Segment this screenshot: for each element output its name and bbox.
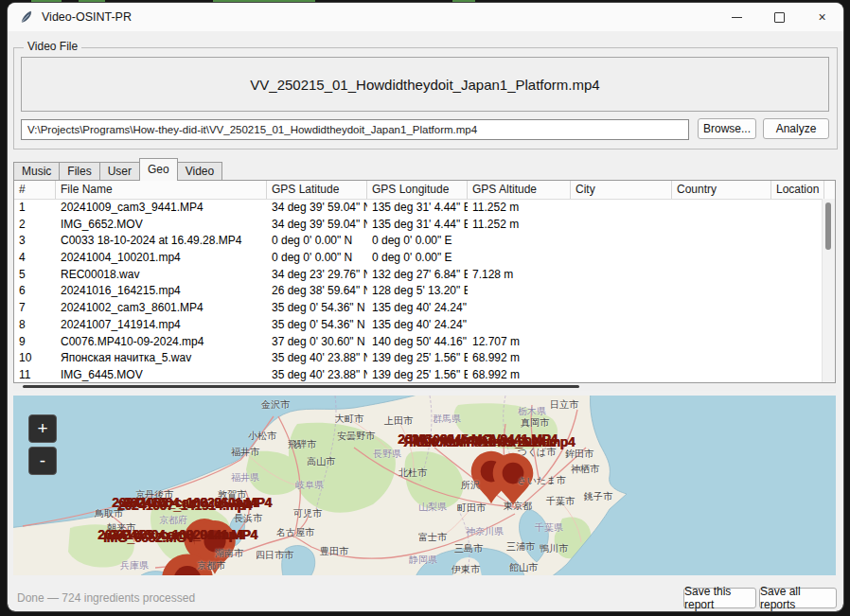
file-path-input[interactable] bbox=[21, 119, 689, 140]
table-cell bbox=[771, 250, 824, 267]
app-feather-icon bbox=[19, 9, 34, 25]
table-cell bbox=[672, 217, 771, 234]
column-header[interactable]: City bbox=[571, 181, 672, 199]
map-city-label: 高山市 bbox=[307, 455, 335, 468]
table-cell bbox=[571, 233, 672, 250]
vertical-scrollbar-thumb[interactable] bbox=[825, 202, 831, 250]
table-row[interactable]: 720241002_cam3_8601.MP435 deg 0' 54.36" … bbox=[14, 300, 835, 317]
map-city-label: 鴨川市 bbox=[540, 542, 568, 555]
column-header[interactable]: GPS Altitude bbox=[468, 181, 571, 199]
map-city-label: 千葉市 bbox=[546, 495, 575, 508]
table-cell: 4 bbox=[14, 250, 56, 267]
table-cell: 139 deg 25' 1.56" E bbox=[367, 350, 468, 367]
table-cell: 0 deg 0' 0.00" N bbox=[267, 233, 367, 250]
table-row[interactable]: 2IMG_6652.MOV34 deg 39' 59.04" N135 deg … bbox=[14, 217, 835, 234]
column-header[interactable]: # bbox=[14, 181, 56, 199]
map-zoom-in-button[interactable]: + bbox=[28, 414, 57, 443]
table-cell bbox=[672, 367, 771, 383]
map-city-label: 安曇野市 bbox=[337, 430, 375, 443]
table-row[interactable]: 10Японская начитка_5.wav35 deg 40' 23.88… bbox=[14, 350, 835, 367]
table-cell: 35 deg 40' 23.88" N bbox=[267, 367, 367, 383]
table-cell bbox=[672, 267, 771, 284]
table-cell: 6 bbox=[14, 283, 56, 300]
map-city-label: 日立市 bbox=[550, 398, 578, 412]
table-cell: IMG_6652.MOV bbox=[56, 217, 267, 234]
table-cell: 35 deg 0' 54.36" N bbox=[267, 317, 367, 334]
tab-user[interactable]: User bbox=[99, 162, 140, 181]
table-cell: 68.992 m bbox=[468, 367, 571, 383]
table-cell: C0033 18-10-2024 at 16.49.28.MP4 bbox=[56, 233, 267, 250]
table-row[interactable]: 5REC00018.wav34 deg 23' 29.76" N132 deg … bbox=[14, 267, 835, 284]
table-row[interactable]: 620241016_164215.mp426 deg 38' 59.64" N1… bbox=[14, 283, 835, 300]
horizontal-scrollbar[interactable] bbox=[13, 383, 836, 391]
geo-results-table[interactable]: #File NameGPS LatitudeGPS LongitudeGPS A… bbox=[13, 180, 836, 383]
save-this-report-button[interactable]: Save this report bbox=[683, 588, 756, 608]
table-row[interactable]: 820241007_141914.mp435 deg 0' 54.36" N13… bbox=[14, 317, 835, 334]
minimize-icon bbox=[732, 17, 742, 18]
map-city-label: 館山市 bbox=[509, 561, 538, 574]
tab-files[interactable]: Files bbox=[59, 162, 99, 181]
maximize-button[interactable] bbox=[758, 3, 801, 31]
save-all-reports-button[interactable]: Save all reports bbox=[759, 588, 837, 608]
table-cell: 12.707 m bbox=[468, 334, 571, 351]
column-header[interactable]: GPS Longitude bbox=[367, 181, 468, 199]
table-cell: 20241004_100201.mp4 bbox=[56, 250, 267, 267]
table-row[interactable]: 9C0076.MP410-09-2024.mp437 deg 0' 30.60"… bbox=[14, 334, 835, 351]
map-zoom-out-button[interactable]: - bbox=[28, 447, 57, 475]
tab-geo[interactable]: Geo bbox=[139, 158, 178, 181]
browse-button[interactable]: Browse... bbox=[698, 118, 756, 139]
close-icon: × bbox=[818, 10, 825, 24]
table-cell: IMG_6445.MOV bbox=[56, 367, 267, 383]
table-cell: Японская начитка_5.wav bbox=[56, 350, 267, 367]
column-header[interactable]: File Name bbox=[56, 181, 267, 199]
table-cell: 34 deg 39' 59.04" N bbox=[267, 200, 367, 217]
table-cell: 34 deg 23' 29.76" N bbox=[267, 267, 367, 284]
table-cell bbox=[672, 334, 771, 351]
table-cell: 140 deg 50' 44.16" E bbox=[367, 334, 468, 351]
title-bar[interactable]: Video-OSINT-PR × bbox=[8, 3, 843, 31]
table-cell bbox=[468, 283, 571, 300]
map-city-label: 長浜市 bbox=[234, 512, 262, 525]
tab-music[interactable]: Music bbox=[13, 162, 60, 181]
table-cell bbox=[771, 350, 824, 367]
table-cell: 68.992 m bbox=[468, 350, 571, 367]
table-row[interactable]: 3C0033 18-10-2024 at 16.49.28.MP40 deg 0… bbox=[14, 233, 835, 250]
column-header[interactable]: Location bbox=[771, 181, 824, 199]
column-header[interactable]: Country bbox=[672, 181, 771, 199]
map-city-label: 富士市 bbox=[418, 531, 447, 544]
map-city-label: 真岡市 bbox=[521, 416, 549, 430]
table-cell bbox=[571, 300, 672, 317]
map-city-label: 福井市 bbox=[231, 446, 259, 459]
table-row[interactable]: 11IMG_6445.MOV35 deg 40' 23.88" N139 deg… bbox=[14, 367, 835, 383]
map-city-label: 鉾田市 bbox=[565, 448, 593, 461]
table-cell: 135 deg 40' 24.24" E bbox=[367, 300, 468, 317]
map-city-label: 可児市 bbox=[293, 507, 322, 520]
map-marker-label: C0076.MP410-09-2024.mp4 bbox=[415, 434, 575, 449]
vertical-scrollbar[interactable] bbox=[822, 199, 835, 382]
table-row[interactable]: 420241004_100201.mp40 deg 0' 0.00" N0 de… bbox=[14, 250, 835, 267]
map-city-label: 三浦市 bbox=[506, 540, 535, 554]
map-city-label: 伊東市 bbox=[452, 563, 480, 575]
tab-video[interactable]: Video bbox=[177, 162, 222, 181]
map-city-label: 京都府 bbox=[159, 514, 187, 527]
table-cell bbox=[672, 317, 771, 334]
horizontal-scrollbar-thumb[interactable] bbox=[23, 385, 579, 388]
table-cell bbox=[672, 233, 771, 250]
table-header-row: #File NameGPS LatitudeGPS LongitudeGPS A… bbox=[14, 181, 835, 200]
minimize-button[interactable] bbox=[716, 3, 758, 31]
close-button[interactable]: × bbox=[801, 3, 843, 31]
map-city-label: 京都市 bbox=[197, 559, 225, 572]
column-header[interactable]: GPS Latitude bbox=[267, 181, 367, 199]
table-cell: 9 bbox=[14, 334, 56, 351]
table-cell: 20241007_141914.mp4 bbox=[56, 317, 267, 334]
table-cell bbox=[771, 334, 824, 351]
app-window: Video-OSINT-PR × Video File VV_250215_01… bbox=[8, 3, 843, 611]
table-cell: 20241016_164215.mp4 bbox=[56, 283, 267, 300]
map-city-label: 豊田市 bbox=[320, 545, 348, 558]
map-panel[interactable]: 金沢市大町市上田市群馬県栃木県真岡市日立市小松市飛騨市安曇野市福井市高山市長野県… bbox=[13, 396, 836, 575]
table-row[interactable]: 120241009_cam3_9441.MP434 deg 39' 59.04"… bbox=[14, 200, 835, 217]
table-cell: 11.252 m bbox=[468, 200, 571, 217]
analyze-button[interactable]: Analyze bbox=[763, 118, 829, 139]
table-cell bbox=[771, 233, 824, 250]
map-city-label: 三島市 bbox=[454, 542, 483, 555]
